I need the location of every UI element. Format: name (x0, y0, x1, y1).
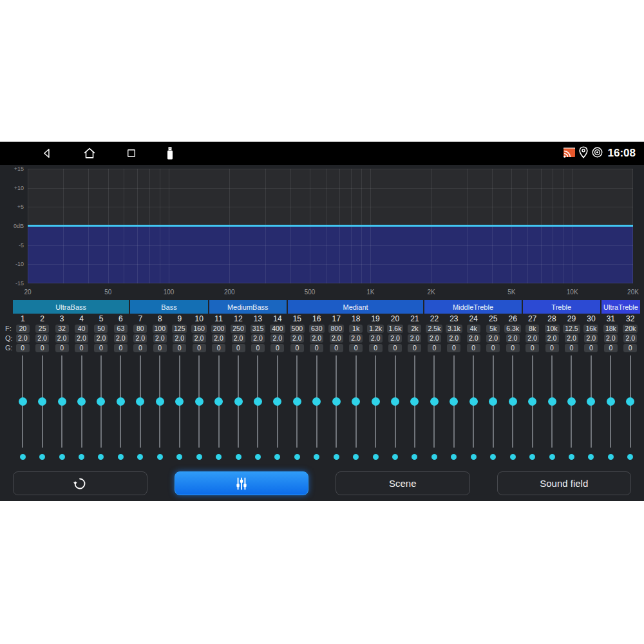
gain-slider-knob[interactable] (234, 397, 243, 406)
gain-slider[interactable] (484, 355, 503, 448)
band-group-mediant[interactable]: Mediant (288, 300, 423, 314)
gain-slider-knob[interactable] (97, 397, 105, 406)
band-number: 9 (177, 314, 182, 325)
band-q-value: 2.0 (290, 334, 304, 343)
gain-slider-knob[interactable] (372, 397, 380, 406)
gain-slider[interactable] (111, 355, 130, 448)
gain-slider-knob[interactable] (156, 397, 164, 406)
gain-slider[interactable] (229, 355, 248, 448)
gain-slider-knob[interactable] (450, 397, 458, 406)
gain-slider-knob[interactable] (626, 397, 634, 406)
gain-slider[interactable] (287, 355, 307, 448)
band-column: 155002.00 (287, 314, 307, 460)
gain-slider[interactable] (522, 355, 542, 448)
gain-slider[interactable] (13, 355, 32, 448)
usb-drive-icon (166, 146, 174, 160)
gain-slider[interactable] (71, 355, 91, 448)
band-gain-value: 0 (565, 344, 578, 352)
gain-slider-knob[interactable] (509, 397, 517, 406)
gain-slider[interactable] (327, 355, 346, 448)
band-group-ultrabass[interactable]: UltraBass (13, 300, 129, 314)
gain-slider[interactable] (91, 355, 111, 448)
band-number: 12 (234, 314, 242, 325)
gain-slider-knob[interactable] (469, 397, 478, 406)
gain-slider[interactable] (131, 355, 150, 448)
gain-slider[interactable] (52, 355, 71, 448)
gain-slider-knob[interactable] (175, 397, 184, 406)
gain-slider-knob[interactable] (332, 397, 341, 406)
band-group-treble[interactable]: Treble (523, 300, 600, 314)
gain-slider-knob[interactable] (312, 397, 321, 406)
gain-slider-knob[interactable] (293, 397, 301, 406)
gain-slider[interactable] (464, 355, 483, 448)
band-indicator-dot (334, 454, 339, 460)
band-q-value: 2.0 (310, 334, 323, 343)
band-column: 3322.00 (52, 314, 71, 460)
gain-slider[interactable] (170, 355, 189, 448)
gain-slider[interactable] (503, 355, 522, 448)
gain-slider[interactable] (209, 355, 228, 448)
band-frequency-value: 5k (486, 325, 500, 333)
recents-icon[interactable] (126, 147, 137, 159)
reset-button[interactable] (13, 471, 147, 495)
band-indicator-dot (274, 454, 280, 460)
gain-slider-knob[interactable] (214, 397, 223, 406)
gain-slider-knob[interactable] (430, 397, 439, 406)
gain-slider-knob[interactable] (195, 397, 204, 406)
gain-slider-knob[interactable] (254, 397, 262, 406)
gain-slider-knob[interactable] (528, 397, 536, 406)
response-curve (28, 225, 633, 227)
home-icon[interactable] (82, 146, 97, 160)
band-q-value: 2.0 (133, 334, 147, 343)
gain-slider-knob[interactable] (58, 397, 66, 406)
band-number: 19 (371, 314, 379, 325)
gain-slider-knob[interactable] (38, 397, 46, 406)
gain-slider-knob[interactable] (352, 397, 360, 406)
band-indicator-dot (157, 454, 163, 460)
gain-slider[interactable] (621, 355, 640, 448)
gain-slider[interactable] (307, 355, 327, 448)
gain-slider[interactable] (248, 355, 267, 448)
gain-slider-knob[interactable] (391, 397, 399, 406)
gain-slider-knob[interactable] (607, 397, 615, 406)
gain-slider[interactable] (444, 355, 464, 448)
gain-slider[interactable] (150, 355, 169, 448)
band-group-mediumbass[interactable]: MediumBass (209, 300, 287, 314)
gain-slider-knob[interactable] (117, 397, 125, 406)
equalizer-button[interactable] (175, 471, 309, 495)
gain-slider[interactable] (542, 355, 562, 448)
band-q-value: 2.0 (153, 334, 167, 343)
gain-slider[interactable] (268, 355, 287, 448)
gain-slider[interactable] (32, 355, 52, 448)
gain-slider[interactable] (385, 355, 404, 448)
band-q-value: 2.0 (55, 334, 69, 343)
band-gain-value: 0 (506, 344, 520, 352)
gain-slider-knob[interactable] (136, 397, 144, 406)
band-group-ultratreble[interactable]: UltraTreble (601, 300, 640, 314)
band-indicator-dot (20, 454, 26, 460)
back-icon[interactable] (41, 147, 53, 160)
gain-slider-knob[interactable] (77, 397, 86, 406)
band-columns: 1202.002252.003322.004402.005502.006632.… (13, 314, 640, 460)
gain-slider[interactable] (582, 355, 601, 448)
gain-slider-knob[interactable] (489, 397, 497, 406)
scene-button[interactable]: Scene (336, 471, 470, 495)
gain-slider-knob[interactable] (410, 397, 419, 406)
gain-slider-knob[interactable] (273, 397, 281, 406)
gain-slider-knob[interactable] (567, 397, 576, 406)
gain-slider-knob[interactable] (19, 397, 27, 406)
gain-slider-knob[interactable] (548, 397, 556, 406)
gain-slider-knob[interactable] (587, 397, 595, 406)
band-group-bass[interactable]: Bass (130, 300, 207, 314)
gain-slider[interactable] (366, 355, 385, 448)
gain-slider[interactable] (346, 355, 365, 448)
band-indicator-dot (59, 454, 65, 460)
gain-slider[interactable] (189, 355, 209, 448)
sound-field-button[interactable]: Sound field (497, 471, 632, 495)
gain-slider[interactable] (424, 355, 444, 448)
gain-slider[interactable] (405, 355, 424, 448)
gain-slider[interactable] (601, 355, 620, 448)
gain-slider[interactable] (562, 355, 581, 448)
band-number: 23 (450, 314, 458, 325)
band-group-middletreble[interactable]: MiddleTreble (424, 300, 521, 314)
